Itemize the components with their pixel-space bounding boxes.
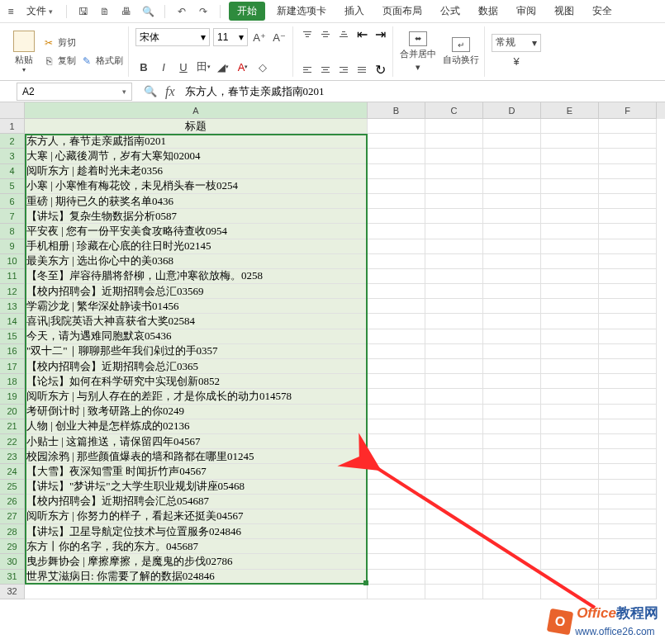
undo-icon[interactable]: ↶ bbox=[173, 3, 190, 20]
data-cell[interactable]: 【讲坛】复杂生物数据分析0587 bbox=[25, 209, 368, 224]
font-color-button[interactable]: A▾ bbox=[235, 59, 251, 75]
italic-button[interactable]: I bbox=[155, 59, 172, 75]
row-header[interactable]: 28 bbox=[0, 524, 25, 539]
row-header[interactable]: 31 bbox=[0, 570, 25, 585]
col-header-C[interactable]: C bbox=[425, 102, 483, 119]
data-cell[interactable]: 喜讯|我院英语大神喜获省大奖02584 bbox=[25, 314, 368, 329]
increase-font-icon[interactable]: A⁺ bbox=[251, 29, 268, 45]
row-header[interactable]: 4 bbox=[0, 164, 25, 179]
data-cell[interactable]: 平安夜 | 您有一份平安美食攻略待查收0954 bbox=[25, 224, 368, 239]
data-cell[interactable]: 今天，请为遇难同胞默哀05436 bbox=[25, 329, 368, 344]
row-header[interactable]: 26 bbox=[0, 495, 25, 509]
border-button[interactable]: 田▾ bbox=[195, 59, 211, 75]
row-header[interactable]: 12 bbox=[0, 284, 25, 299]
row-header[interactable]: 1 bbox=[0, 119, 25, 134]
font-size-select[interactable]: 11▾ bbox=[213, 28, 248, 46]
orientation-button[interactable]: ↻ bbox=[373, 64, 387, 75]
tab-insert[interactable]: 插入 bbox=[338, 1, 371, 21]
copy-button[interactable]: ⎘复制 bbox=[43, 53, 76, 69]
align-center-button[interactable] bbox=[318, 64, 333, 75]
bold-button[interactable]: B bbox=[135, 59, 152, 75]
row-header[interactable]: 18 bbox=[0, 374, 25, 389]
data-cell[interactable]: 最美东方 | 选出你心中的美0368 bbox=[25, 254, 368, 269]
data-cell[interactable]: 重磅 | 期待已久的获奖名单0436 bbox=[25, 194, 368, 209]
name-box[interactable]: A2▾ bbox=[17, 83, 132, 101]
formula-input[interactable]: 东方人，春节走亲戚指南0201 bbox=[182, 84, 665, 99]
col-header-D[interactable]: D bbox=[483, 102, 541, 119]
data-cell[interactable]: 手机相册 | 珍藏在心底的往日时光02145 bbox=[25, 239, 368, 254]
save-icon[interactable]: 🖫 bbox=[75, 3, 92, 20]
data-cell[interactable]: 大寒 | 心藏後凋节，岁有大寒知02004 bbox=[25, 149, 368, 163]
row-header[interactable]: 5 bbox=[0, 179, 25, 194]
saveas-icon[interactable]: 🗎 bbox=[97, 3, 113, 20]
justify-button[interactable] bbox=[354, 64, 369, 75]
decrease-indent-button[interactable]: ⇤ bbox=[354, 28, 369, 40]
row-header[interactable]: 17 bbox=[0, 359, 25, 374]
align-bottom-button[interactable] bbox=[336, 28, 351, 40]
data-cell[interactable]: 阅听东方 | 与别人存在的差距，才是你成长的动力014578 bbox=[25, 389, 368, 404]
font-name-select[interactable]: 宋体▾ bbox=[135, 28, 210, 46]
underline-button[interactable]: U bbox=[175, 59, 192, 75]
tab-view[interactable]: 视图 bbox=[548, 1, 581, 21]
row-header[interactable]: 6 bbox=[0, 194, 25, 209]
row-header[interactable]: 30 bbox=[0, 554, 25, 569]
tab-home[interactable]: 开始 bbox=[229, 2, 265, 21]
paste-button[interactable]: 粘贴▾ bbox=[10, 28, 38, 75]
print-icon[interactable]: 🖶 bbox=[118, 3, 135, 20]
row-header[interactable]: 19 bbox=[0, 389, 25, 404]
row-header[interactable]: 7 bbox=[0, 209, 25, 224]
cell-header[interactable]: 标题 bbox=[25, 119, 368, 134]
tab-review[interactable]: 审阅 bbox=[510, 1, 543, 21]
data-cell[interactable]: 东方丨你的名字，我的东方。045687 bbox=[25, 539, 368, 554]
data-cell[interactable]: 人物 | 创业大神是怎样炼成的02136 bbox=[25, 419, 368, 434]
decrease-font-icon[interactable]: A⁻ bbox=[271, 29, 287, 45]
align-top-button[interactable] bbox=[300, 28, 315, 40]
row-header[interactable]: 3 bbox=[0, 149, 25, 163]
data-cell[interactable]: 校园涂鸦 | 那些颜值爆表的墙和路都在哪里01245 bbox=[25, 449, 368, 464]
row-header[interactable]: 9 bbox=[0, 239, 25, 254]
data-cell[interactable]: 东方人，春节走亲戚指南0201 bbox=[25, 134, 368, 149]
row-header[interactable]: 8 bbox=[0, 224, 25, 239]
tab-security[interactable]: 安全 bbox=[586, 1, 619, 21]
data-cell[interactable]: 【冬至】岸容待腊将舒柳，山意冲寒欲放梅。0258 bbox=[25, 269, 368, 284]
number-format-select[interactable]: 常规▾ bbox=[492, 34, 541, 52]
data-cell[interactable]: 【大雪】夜深知雪重 时闻折竹声04567 bbox=[25, 464, 368, 479]
data-cell[interactable]: 【校内招聘会】近期招聘会汇总054687 bbox=[25, 495, 368, 509]
row-header[interactable]: 14 bbox=[0, 314, 25, 329]
data-cell[interactable]: 【校内招聘会】近期招聘会总汇03569 bbox=[25, 284, 368, 299]
row-header[interactable]: 13 bbox=[0, 299, 25, 314]
col-header-E[interactable]: E bbox=[541, 102, 599, 119]
file-menu[interactable]: 文件▾ bbox=[21, 2, 58, 20]
row-header[interactable]: 24 bbox=[0, 464, 25, 479]
data-cell[interactable]: 学霸沙龙 | 繁华深处静读书01456 bbox=[25, 299, 368, 314]
increase-indent-button[interactable]: ⇥ bbox=[373, 28, 387, 40]
cut-button[interactable]: ✂剪切 bbox=[43, 35, 123, 51]
row-header[interactable]: 2 bbox=[0, 134, 25, 149]
tab-formula[interactable]: 公式 bbox=[434, 1, 467, 21]
data-cell[interactable]: 【校内招聘会】近期招聘会总汇0365 bbox=[25, 359, 368, 374]
row-header[interactable]: 27 bbox=[0, 509, 25, 524]
tab-new[interactable]: 新建选项卡 bbox=[270, 1, 333, 21]
select-all-corner[interactable] bbox=[0, 102, 25, 119]
clear-format-button[interactable]: ◇ bbox=[254, 59, 271, 75]
wrap-button[interactable]: ↵ 自动换行 bbox=[443, 28, 479, 75]
row-header[interactable]: 22 bbox=[0, 434, 25, 449]
redo-icon[interactable]: ↷ bbox=[195, 3, 211, 20]
col-header-A[interactable]: A bbox=[25, 102, 368, 119]
row-header[interactable]: 21 bbox=[0, 419, 25, 434]
data-cell[interactable]: 考研倒计时 | 致考研路上的你0249 bbox=[25, 405, 368, 419]
tab-layout[interactable]: 页面布局 bbox=[376, 1, 429, 21]
zoom-icon[interactable]: 🔍 bbox=[144, 85, 157, 97]
merge-button[interactable]: ⬌ 合并居中▾ bbox=[400, 28, 436, 75]
data-cell[interactable]: 小贴士 | 这篇推送，请保留四年04567 bbox=[25, 434, 368, 449]
data-cell[interactable]: 世界艾滋病日: 你需要了解的数据024846 bbox=[25, 570, 368, 585]
align-right-button[interactable] bbox=[336, 64, 351, 75]
align-left-button[interactable] bbox=[300, 64, 315, 75]
print-preview-icon[interactable]: 🔍 bbox=[140, 3, 156, 20]
data-cell[interactable]: "双十二"｜聊聊那些年我们剁过的手0357 bbox=[25, 344, 368, 359]
align-middle-button[interactable] bbox=[318, 28, 333, 40]
row-header[interactable]: 23 bbox=[0, 449, 25, 464]
row-header[interactable]: 16 bbox=[0, 344, 25, 359]
currency-button[interactable]: ¥ bbox=[508, 54, 525, 70]
data-cell[interactable]: 曳步舞协会 | 摩擦摩擦，是魔鬼的步伐02786 bbox=[25, 554, 368, 569]
